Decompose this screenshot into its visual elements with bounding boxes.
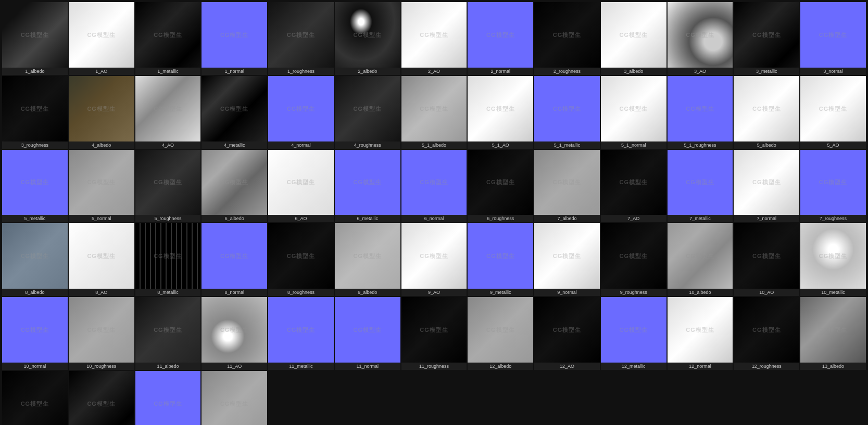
texture-label: 10_metallic	[800, 289, 866, 296]
list-item[interactable]: CG模型生8_albedo	[2, 223, 68, 296]
list-item[interactable]: CG模型生10_normal	[2, 297, 68, 370]
watermark: CG模型生	[220, 105, 249, 112]
texture-preview: CG模型生	[335, 2, 400, 68]
list-item[interactable]: CG模型生5_roughness	[135, 150, 201, 223]
list-item[interactable]: CG模型生5_1_albedo	[401, 76, 467, 149]
list-item[interactable]: CG模型生5_1_normal	[601, 76, 666, 149]
list-item[interactable]: CG模型生2_albedo	[335, 2, 400, 75]
list-item[interactable]: CG模型生5_1_metallic	[534, 76, 600, 149]
list-item[interactable]: CG模型生2_AO	[401, 2, 467, 75]
list-item[interactable]: CG模型生11_AO	[202, 297, 267, 370]
texture-preview: CG模型生	[601, 297, 666, 363]
texture-label: 9_metallic	[468, 289, 533, 296]
list-item[interactable]: CG模型生12_metallic	[601, 297, 666, 370]
list-item[interactable]: CG模型生4_AO	[135, 76, 201, 149]
list-item[interactable]: CG模型生8_roughness	[268, 223, 334, 296]
list-item[interactable]: CG模型生6_AO	[268, 150, 334, 223]
list-item[interactable]: CG模型生10_albedo	[668, 223, 733, 296]
list-item[interactable]: CG模型生11_normal	[335, 297, 400, 370]
watermark: CG模型生	[819, 252, 848, 260]
list-item[interactable]: CG模型生10_roughness	[69, 297, 134, 370]
list-item[interactable]: CG模型生13_AO	[2, 371, 68, 425]
list-item[interactable]: CG模型生2_normal	[468, 2, 533, 75]
texture-preview: CG模型生	[800, 2, 866, 68]
list-item[interactable]: CG模型生6_albedo	[202, 150, 267, 223]
texture-preview: CG模型生	[468, 2, 533, 68]
list-item[interactable]: CG模型生13_albedo	[800, 297, 866, 370]
list-item[interactable]: CG模型生11_metallic	[268, 297, 334, 370]
list-item[interactable]: CG模型生9_metallic	[468, 223, 533, 296]
list-item[interactable]: CG模型生4_albedo	[69, 76, 134, 149]
texture-label: 10_AO	[734, 289, 799, 296]
watermark: CG模型生	[353, 105, 382, 112]
list-item[interactable]: CG模型生8_normal	[202, 223, 267, 296]
list-item[interactable]: CG模型生3_roughness	[2, 76, 68, 149]
list-item[interactable]: CG模型生3_albedo	[601, 2, 666, 75]
texture-preview: CG模型生	[668, 297, 733, 363]
list-item[interactable]: CG模型生8_AO	[69, 223, 134, 296]
list-item[interactable]: CG模型生5_1_AO	[468, 76, 533, 149]
list-item[interactable]: CG模型生3_AO	[668, 2, 733, 75]
list-item[interactable]: CG模型生13_normal	[135, 371, 201, 425]
texture-label: 11_albedo	[135, 363, 201, 370]
watermark: CG模型生	[486, 31, 515, 38]
list-item[interactable]: CG模型生7_roughness	[800, 150, 866, 223]
list-item[interactable]: CG模型生13_metallic	[69, 371, 134, 425]
list-item[interactable]: CG模型生5_metallic	[2, 150, 68, 223]
texture-label: 12_AO	[534, 363, 600, 370]
list-item[interactable]: CG模型生5_albedo	[734, 76, 799, 149]
list-item[interactable]: CG模型生12_normal	[668, 297, 733, 370]
list-item[interactable]: CG模型生6_roughness	[468, 150, 533, 223]
list-item[interactable]: CG模型生9_roughness	[601, 223, 666, 296]
texture-label: 1_roughness	[268, 68, 334, 75]
list-item[interactable]: CG模型生3_metallic	[734, 2, 799, 75]
list-item[interactable]: CG模型生5_AO	[800, 76, 866, 149]
texture-preview: CG模型生	[268, 297, 334, 363]
list-item[interactable]: CG模型生1_normal	[202, 2, 267, 75]
texture-label: 10_albedo	[668, 289, 733, 296]
list-item[interactable]: CG模型生1_metallic	[135, 2, 201, 75]
list-item[interactable]: CG模型生5_1_roughness	[668, 76, 733, 149]
list-item[interactable]: CG模型生13_roughness	[202, 371, 267, 425]
list-item[interactable]: CG模型生1_AO	[69, 2, 134, 75]
list-item[interactable]: CG模型生4_normal	[268, 76, 334, 149]
texture-label: 5_roughness	[135, 215, 201, 222]
texture-preview: CG模型生	[69, 297, 134, 363]
list-item[interactable]: CG模型生10_metallic	[800, 223, 866, 296]
watermark: CG模型生	[154, 252, 182, 260]
list-item[interactable]: CG模型生7_metallic	[668, 150, 733, 223]
list-item[interactable]: CG模型生12_albedo	[468, 297, 533, 370]
list-item[interactable]: CG模型生6_metallic	[335, 150, 400, 223]
list-item[interactable]: CG模型生8_metallic	[135, 223, 201, 296]
list-item[interactable]: CG模型生6_normal	[401, 150, 467, 223]
list-item[interactable]: CG模型生5_normal	[69, 150, 134, 223]
watermark: CG模型生	[353, 252, 382, 260]
texture-preview: CG模型生	[335, 76, 400, 141]
list-item[interactable]: CG模型生1_albedo	[2, 2, 68, 75]
texture-preview: CG模型生	[135, 76, 201, 141]
list-item[interactable]: CG模型生9_AO	[401, 223, 467, 296]
list-item[interactable]: CG模型生7_AO	[601, 150, 666, 223]
list-item[interactable]: CG模型生7_normal	[734, 150, 799, 223]
list-item[interactable]: CG模型生4_metallic	[202, 76, 267, 149]
list-item[interactable]: CG模型生12_roughness	[734, 297, 799, 370]
texture-label: 2_albedo	[335, 68, 400, 75]
list-item[interactable]: CG模型生1_roughness	[268, 2, 334, 75]
list-item[interactable]: CG模型生4_roughness	[335, 76, 400, 149]
texture-preview: CG模型生	[601, 76, 666, 141]
list-item[interactable]: CG模型生11_roughness	[401, 297, 467, 370]
watermark: CG模型生	[819, 31, 848, 38]
list-item[interactable]: CG模型生2_roughness	[534, 2, 600, 75]
texture-label: 3_metallic	[734, 68, 799, 75]
list-item[interactable]: CG模型生10_AO	[734, 223, 799, 296]
texture-preview: CG模型生	[534, 223, 600, 289]
texture-label: 13_albedo	[800, 363, 866, 370]
list-item[interactable]: CG模型生12_AO	[534, 297, 600, 370]
list-item[interactable]: CG模型生3_normal	[800, 2, 866, 75]
list-item[interactable]: CG模型生9_albedo	[335, 223, 400, 296]
list-item[interactable]: CG模型生7_albedo	[534, 150, 600, 223]
watermark: CG模型生	[752, 178, 781, 186]
texture-label: 9_albedo	[335, 289, 400, 296]
list-item[interactable]: CG模型生11_albedo	[135, 297, 201, 370]
list-item[interactable]: CG模型生9_normal	[534, 223, 600, 296]
